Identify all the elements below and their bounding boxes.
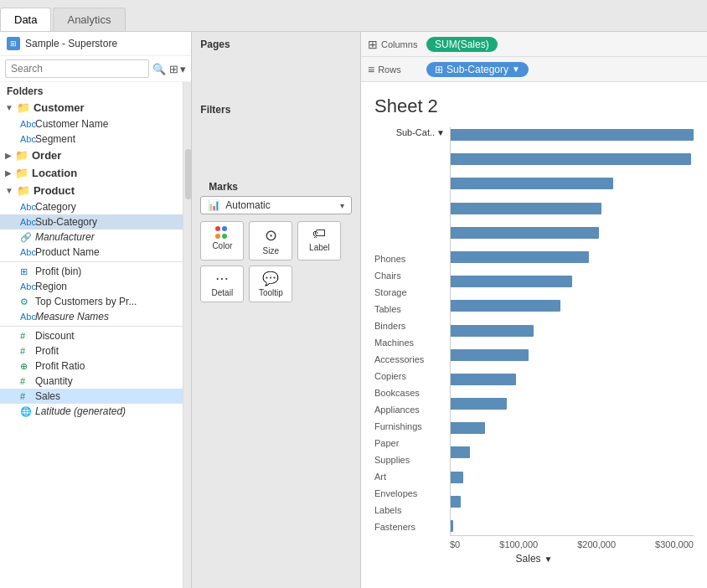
columns-pill[interactable]: SUM(Sales): [426, 37, 498, 52]
group-order-header[interactable]: ▶ 📁 Order: [0, 147, 183, 164]
group-customer-header[interactable]: ▼ 📁 Customer: [0, 99, 183, 116]
bar-row[interactable]: [451, 445, 694, 460]
left-panel-scrollbar[interactable]: [183, 82, 191, 588]
bar: [451, 203, 601, 214]
field-segment[interactable]: Abc Segment: [0, 132, 183, 147]
bar-row[interactable]: [451, 298, 694, 313]
chart-area: Sheet 2 Sub-Cat.. ▼ PhonesChairsStorageT…: [361, 82, 707, 588]
sort-icon: ▼: [436, 128, 445, 137]
y-axis-label: Envelopes: [374, 487, 445, 502]
field-profit-ratio[interactable]: ⊕ Profit Ratio: [0, 358, 183, 374]
search-icon[interactable]: 🔍: [152, 63, 166, 75]
x-sort-icon[interactable]: ▼: [544, 554, 553, 564]
datasource-row[interactable]: ⊞ Sample - Superstore: [0, 32, 191, 56]
product-group-label: Product: [34, 184, 75, 197]
field-top-customers[interactable]: ⚙ Top Customers by Pr...: [0, 294, 183, 309]
tooltip-icon: 💬: [262, 271, 279, 286]
field-profit[interactable]: # Profit: [0, 343, 183, 358]
marks-type-dropdown[interactable]: 📊 Automatic ▾: [200, 196, 352, 214]
field-profit-bin[interactable]: ⊞ Profit (bin): [0, 264, 183, 279]
marks-buttons-row1: Color ⊙ Size 🏷 Label: [200, 221, 352, 260]
group-product: ▼ 📁 Product Abc Category Abc Sub-Categor…: [0, 182, 183, 260]
bar-row[interactable]: [451, 127, 694, 142]
x-axis-label: $200,000: [577, 539, 616, 549]
customer-folder-icon: 📁: [17, 101, 30, 114]
bar-row[interactable]: [451, 176, 694, 191]
label-button[interactable]: 🏷 Label: [297, 221, 341, 260]
bar: [451, 496, 461, 508]
y-axis-labels-container: PhonesChairsStorageTablesBindersMachines…: [374, 252, 445, 535]
bar-row[interactable]: [451, 274, 694, 289]
rows-pill[interactable]: ⊞ Sub-Category ▼: [426, 62, 529, 77]
bar-row[interactable]: [451, 470, 694, 485]
field-sales[interactable]: # Sales: [0, 389, 183, 404]
field-measure-names[interactable]: Abc Measure Names: [0, 309, 183, 324]
field-product-name[interactable]: Abc Product Name: [0, 245, 183, 260]
field-label: Region: [35, 281, 67, 292]
bar: [451, 472, 463, 483]
scroll-thumb[interactable]: [185, 149, 192, 199]
measure-icon: #: [20, 331, 35, 341]
y-axis-header[interactable]: Sub-Cat.. ▼: [374, 127, 445, 137]
marks-title: Marks: [200, 174, 352, 196]
abc-icon: Abc: [20, 217, 35, 227]
chart-inner: Sub-Cat.. ▼ PhonesChairsStorageTablesBin…: [374, 127, 694, 535]
bar-row[interactable]: [451, 250, 694, 265]
y-axis-label: Appliances: [374, 403, 445, 418]
filters-title: Filters: [192, 97, 360, 119]
field-label: Profit Ratio: [35, 360, 85, 372]
field-quantity[interactable]: # Quantity: [0, 374, 183, 389]
field-discount[interactable]: # Discount: [0, 328, 183, 343]
size-button[interactable]: ⊙ Size: [249, 221, 292, 260]
field-label: Segment: [35, 133, 75, 145]
field-category[interactable]: Abc Category: [0, 199, 183, 214]
field-label: Category: [35, 201, 76, 213]
tab-analytics[interactable]: Analytics: [53, 8, 125, 31]
bar: [451, 178, 613, 189]
bar-row[interactable]: [451, 348, 694, 363]
x-axis-label: $0: [450, 539, 460, 549]
search-input[interactable]: [5, 59, 149, 78]
group-location-header[interactable]: ▶ 📁 Location: [0, 164, 183, 182]
field-label: Discount: [35, 330, 75, 342]
field-sub-category[interactable]: Abc Sub-Category: [0, 214, 183, 230]
y-axis-label: Storage: [374, 286, 445, 301]
sort-icon[interactable]: ▾: [180, 63, 186, 75]
pages-area: [192, 54, 360, 95]
x-axis-label: $300,000: [655, 539, 694, 549]
field-manufacturer[interactable]: 🔗 Manufacturer: [0, 230, 183, 245]
bar-row[interactable]: [451, 518, 694, 534]
tooltip-button[interactable]: 💬 Tooltip: [249, 266, 292, 302]
bar-row[interactable]: [451, 323, 694, 338]
field-latitude[interactable]: 🌐 Latitude (generated): [0, 404, 183, 419]
bar-row[interactable]: [451, 494, 694, 509]
datasource-label: Sample - Superstore: [25, 38, 117, 49]
measure-icon: #: [20, 376, 35, 386]
bar: [451, 349, 529, 361]
bar-row[interactable]: [451, 372, 694, 387]
field-label: Sales: [35, 390, 60, 402]
group-product-header[interactable]: ▼ 📁 Product: [0, 182, 183, 199]
search-bar: 🔍 ⊞ ▾: [0, 56, 191, 82]
y-axis-label: Binders: [374, 319, 445, 334]
label-label: Label: [309, 243, 329, 252]
bar-row[interactable]: [451, 420, 694, 436]
grid-icon[interactable]: ⊞: [169, 63, 178, 75]
color-button[interactable]: Color: [200, 221, 244, 260]
bar: [451, 374, 516, 385]
tab-data[interactable]: Data: [0, 8, 51, 31]
bar: [451, 300, 560, 312]
field-customer-name[interactable]: Abc Customer Name: [0, 116, 183, 132]
x-axis-title: Sales ▼: [374, 549, 694, 565]
field-region[interactable]: Abc Region: [0, 279, 183, 294]
bar-row[interactable]: [451, 225, 694, 240]
bar: [451, 446, 470, 458]
bar: [451, 398, 507, 410]
detail-button[interactable]: ⋯ Detail: [200, 266, 244, 302]
product-folder-icon: 📁: [17, 184, 30, 197]
rows-list-icon: ≡: [368, 63, 374, 76]
bar-row[interactable]: [451, 201, 694, 216]
marks-type-label: Automatic: [225, 199, 340, 211]
bar-row[interactable]: [451, 152, 694, 167]
bar-row[interactable]: [451, 396, 694, 411]
